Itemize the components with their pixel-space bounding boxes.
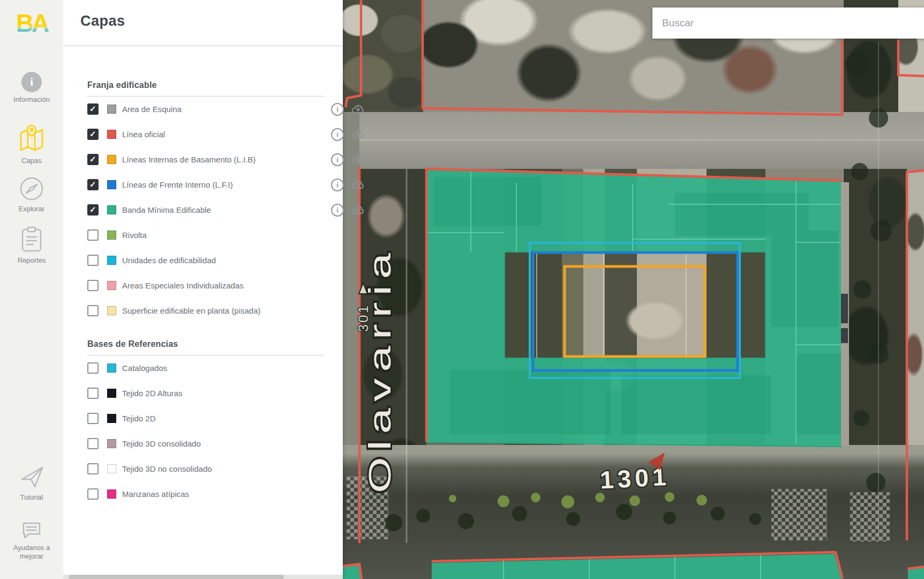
- download-cloud-icon[interactable]: [351, 179, 365, 190]
- layer-row: Tejido 2D: [87, 406, 386, 431]
- download-cloud-icon[interactable]: [351, 154, 365, 165]
- layer-label: Manzanas atípicas: [122, 489, 189, 499]
- download-cloud-icon[interactable]: [351, 129, 365, 140]
- search-box: [652, 8, 924, 39]
- download-cloud-icon[interactable]: [351, 103, 365, 115]
- panel-scrollbar-thumb[interactable]: [69, 575, 284, 579]
- compass-icon: [19, 176, 44, 202]
- layer-color-swatch: [107, 155, 116, 164]
- paper-plane-icon: [18, 462, 46, 490]
- sidebar-item-label: Reportes: [18, 256, 46, 264]
- sidebar-item-ayudanos[interactable]: Ayudanos a mejorar: [0, 521, 63, 561]
- sidebar-item-label: Explorar: [19, 205, 44, 213]
- layer-label: Areas Especiales Individualizadas: [122, 281, 244, 290]
- layer-row: Tejido 2D Alturas: [87, 381, 386, 406]
- layer-color-swatch: [107, 389, 116, 398]
- clipboard-icon: [19, 226, 44, 253]
- map-viewport[interactable]: Olavarria 301 1301: [343, 0, 924, 579]
- info-icon[interactable]: [331, 128, 344, 141]
- layer-color-swatch: [107, 306, 116, 315]
- layer-label: Tejido 3D no consolidado: [122, 464, 212, 473]
- layer-checkbox[interactable]: [87, 280, 99, 291]
- layer-color-swatch: [107, 130, 116, 139]
- section-title: Bases de Referencias: [87, 339, 343, 349]
- sidebar-item-label: Información: [13, 95, 50, 103]
- layer-checkbox[interactable]: [87, 103, 99, 115]
- layer-color-swatch: [107, 205, 116, 214]
- layer-color-swatch: [107, 231, 116, 240]
- layer-color-swatch: [107, 464, 116, 473]
- layer-row: Unidades de edificabilidad: [87, 248, 386, 273]
- layer-checkbox[interactable]: [87, 488, 99, 500]
- layers-panel: Capas Franja edificable Area de Esquina …: [63, 0, 343, 579]
- layer-checkbox[interactable]: [87, 229, 99, 241]
- layer-label: Unidades de edificabilidad: [122, 256, 216, 265]
- layer-row: Línea oficial: [87, 122, 386, 147]
- layer-label: Area de Esquina: [122, 105, 182, 114]
- layer-label: Líneas de Frente Interno (L.F.I): [122, 180, 233, 189]
- download-cloud-icon[interactable]: [351, 204, 365, 216]
- layer-checkbox[interactable]: [87, 438, 99, 449]
- section-title: Franja edificable: [87, 80, 343, 90]
- layer-color-swatch: [107, 105, 116, 114]
- layer-label: Línea oficial: [122, 130, 165, 139]
- layer-row: Tejido 3D consolidado: [87, 431, 386, 456]
- layer-row: Líneas de Frente Interno (L.F.I): [87, 172, 386, 197]
- tree-canopy-light: [449, 492, 707, 508]
- layer-row: Areas Especiales Individualizadas: [87, 273, 386, 298]
- layer-label: Tejido 2D: [122, 414, 156, 423]
- info-circle-icon: i: [21, 72, 42, 92]
- layer-checkbox[interactable]: [87, 463, 99, 474]
- layer-row: Líneas Internas de Basamento (L.I.B): [87, 147, 386, 172]
- layer-checkbox[interactable]: [87, 204, 99, 216]
- layer-checkbox[interactable]: [87, 255, 99, 266]
- sidebar: BA i Información Capas Explorar: [0, 0, 63, 579]
- layer-checkbox[interactable]: [87, 179, 99, 190]
- sidebar-item-informacion[interactable]: i Información: [0, 72, 63, 104]
- layer-color-swatch: [107, 363, 116, 373]
- layer-label: Catalogados: [122, 363, 167, 373]
- layer-label: Tejido 2D Alturas: [122, 389, 183, 398]
- sidebar-item-capas[interactable]: Capas: [0, 123, 63, 165]
- sidebar-item-explorar[interactable]: Explorar: [0, 176, 63, 213]
- layer-checkbox[interactable]: [87, 362, 99, 374]
- info-icon[interactable]: [331, 103, 344, 116]
- tree-canopy: [845, 53, 892, 492]
- info-icon[interactable]: [331, 153, 344, 166]
- layer-label: Tejido 3D consolidado: [122, 439, 201, 448]
- layer-color-swatch: [107, 414, 116, 423]
- panel-scrollbar[interactable]: [63, 575, 343, 579]
- ba-map-app: BA i Información Capas Explorar: [0, 0, 924, 579]
- panel-body: Franja edificable Area de Esquina Línea …: [63, 45, 343, 579]
- layers-map-icon: [17, 123, 46, 153]
- layer-checkbox[interactable]: [87, 388, 99, 399]
- layer-checkbox[interactable]: [87, 305, 99, 316]
- layer-row: Catalogados: [87, 355, 386, 381]
- layer-label: Líneas Internas de Basamento (L.I.B): [122, 155, 256, 164]
- layer-row: Manzanas atípicas: [87, 481, 386, 507]
- info-icon[interactable]: [331, 179, 344, 191]
- layer-label: Superficie edificable en planta (pisada): [122, 306, 261, 315]
- layer-checkbox[interactable]: [87, 129, 99, 140]
- ba-logo[interactable]: BA: [0, 9, 63, 38]
- layer-checkbox[interactable]: [87, 413, 99, 424]
- sidebar-item-reportes[interactable]: Reportes: [0, 226, 63, 265]
- layer-color-swatch: [107, 281, 116, 290]
- sidebar-item-label: Capas: [21, 157, 42, 165]
- layer-color-swatch: [107, 256, 116, 265]
- area-esquina-gray-band: [841, 182, 849, 446]
- map-overlays: Olavarria 301 1301: [343, 0, 924, 579]
- layer-label: Rivolta: [122, 231, 147, 240]
- layer-color-swatch: [107, 180, 116, 189]
- info-icon[interactable]: [331, 204, 344, 217]
- layer-row: Rivolta: [87, 222, 386, 248]
- sidebar-item-label: Ayudanos a mejorar: [6, 544, 57, 561]
- panel-header: Capas: [63, 0, 343, 46]
- layer-row: Tejido 3D no consolidado: [87, 456, 386, 481]
- feedback-bubble-icon: [21, 521, 42, 540]
- sidebar-item-tutorial[interactable]: Tutorial: [0, 462, 63, 502]
- lib-orange-rect: [565, 266, 705, 357]
- layer-checkbox[interactable]: [87, 154, 99, 165]
- layer-row: Superficie edificable en planta (pisada): [87, 298, 386, 323]
- search-input[interactable]: [652, 8, 924, 39]
